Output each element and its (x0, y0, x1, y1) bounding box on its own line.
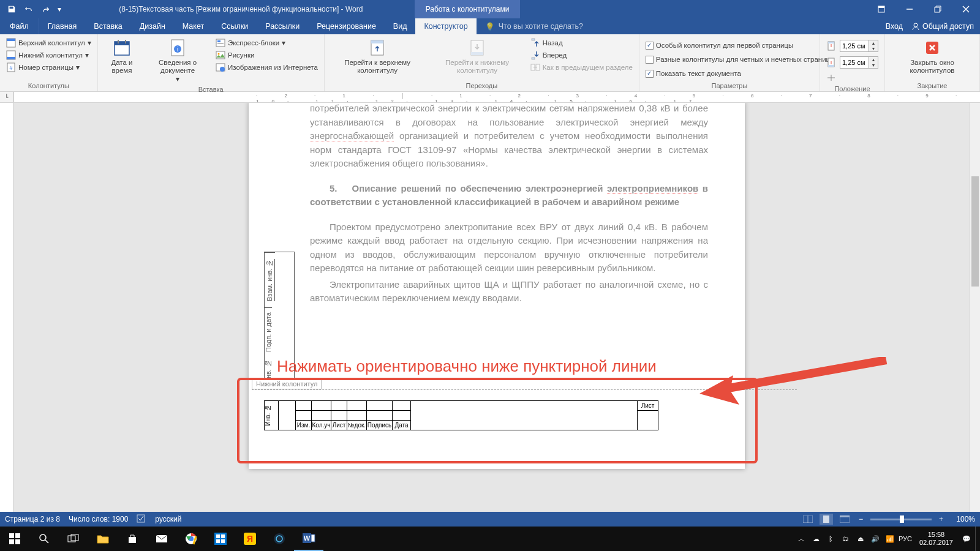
tab-view[interactable]: Вид (385, 18, 416, 34)
word-icon[interactable]: W (294, 527, 323, 551)
show-document-checkbox[interactable]: ✓Показать текст документа (643, 67, 832, 80)
different-first-page-checkbox[interactable]: ✓Особый колонтитул для первой страницы (643, 39, 832, 51)
spellcheck-icon[interactable] (137, 514, 146, 525)
goto-header-icon (368, 38, 387, 58)
start-button[interactable] (0, 527, 29, 551)
share-button[interactable]: Общий доступ (911, 22, 974, 31)
previous-button[interactable]: Назад (528, 37, 635, 49)
pictures-button[interactable]: Рисунки (213, 49, 320, 61)
tab-design[interactable]: Дизайн (131, 18, 174, 34)
footer-bottom-input[interactable] (840, 59, 869, 66)
onedrive-icon[interactable]: ☁ (810, 535, 823, 543)
app2-icon[interactable] (265, 527, 294, 551)
next-button[interactable]: Вперед (528, 49, 635, 61)
yandex-icon[interactable]: Я (235, 527, 265, 551)
zoom-out-button[interactable]: − (856, 515, 865, 523)
svg-rect-12 (115, 42, 129, 45)
ribbon-display-icon[interactable] (867, 0, 895, 18)
tab-layout[interactable]: Макет (174, 18, 213, 34)
stamp-table[interactable]: Инв. № Лист Изм.Кол.учЛист№док.ПодписьДа… (264, 400, 658, 430)
group-position: ▲▼ ▲▼ Положение (820, 34, 885, 91)
battery-icon[interactable]: 🗂 (840, 535, 852, 542)
tab-home[interactable]: Главная (39, 18, 86, 34)
wifi-icon[interactable]: 📶 (884, 535, 896, 543)
align-tab-icon (826, 73, 836, 83)
footer-button[interactable]: Нижний колонтитул ▾ (4, 49, 94, 61)
close-icon[interactable] (952, 0, 980, 18)
read-mode-icon[interactable] (801, 514, 815, 525)
language-indicator[interactable]: русский (155, 515, 181, 523)
tab-insert[interactable]: Вставка (85, 18, 130, 34)
annotation-arrow-icon (696, 357, 892, 409)
spin-down-icon[interactable]: ▼ (869, 62, 878, 68)
page-indicator[interactable]: Страница 2 из 8 (5, 515, 60, 523)
word-count[interactable]: Число слов: 1900 (69, 515, 128, 523)
tab-review[interactable]: Рецензирование (308, 18, 385, 34)
vertical-scrollbar[interactable] (970, 103, 980, 536)
tab-designer[interactable]: Конструктор (415, 18, 476, 34)
clock[interactable]: 15:5802.07.2017 (914, 531, 958, 547)
tab-mailings[interactable]: Рассылки (257, 18, 308, 34)
close-header-footer-button[interactable]: Закрыть окно колонтитулов (889, 37, 976, 75)
group-label: Закрытие (889, 81, 976, 90)
web-layout-icon[interactable] (838, 514, 851, 525)
svg-rect-57 (221, 534, 225, 538)
window-title: (8-15)Текстовая часть [Режим ограниченно… (67, 5, 415, 13)
svg-rect-29 (532, 39, 535, 40)
svg-rect-8 (7, 57, 15, 59)
tell-me-search[interactable]: 💡 Что вы хотите сделать? (477, 18, 592, 34)
zoom-level[interactable]: 100% (951, 515, 975, 523)
qat-dropdown-icon[interactable]: ▾ (55, 1, 64, 17)
document-body[interactable]: потребителей электрической энергии к эле… (310, 103, 708, 308)
link-previous-button[interactable]: Как в предыдущем разделе (528, 61, 635, 73)
volume-icon[interactable]: 🔊 (869, 535, 881, 543)
tray-chevron-icon[interactable]: ︿ (796, 534, 808, 544)
chrome-icon[interactable] (176, 527, 206, 551)
tab-references[interactable]: Ссылки (213, 18, 257, 34)
file-tab[interactable]: Файл (0, 18, 39, 34)
redo-icon[interactable] (38, 1, 54, 17)
spin-up-icon[interactable]: ▲ (869, 57, 878, 62)
spin-down-icon[interactable]: ▼ (869, 46, 878, 51)
search-icon[interactable] (29, 527, 59, 551)
task-view-icon[interactable] (59, 527, 88, 551)
insert-alignment-tab[interactable] (824, 72, 881, 84)
goto-footer-button[interactable]: Перейти к нижнему колонтитулу (429, 37, 525, 75)
bluetooth-icon[interactable]: ᛒ (825, 535, 837, 542)
quick-parts-button[interactable]: Экспресс-блоки ▾ (213, 37, 320, 49)
horizontal-ruler[interactable]: · 2 · 1 · │ · 1 · 2 · 3 · 4 · 5 · 6 · 7 … (13, 92, 980, 102)
page-number-button[interactable]: #Номер страницы ▾ (4, 61, 94, 73)
save-icon[interactable] (4, 1, 20, 17)
header-from-top[interactable]: ▲▼ (824, 39, 881, 53)
header-button[interactable]: Верхний колонтитул ▾ (4, 37, 94, 49)
show-desktop-button[interactable] (975, 527, 979, 551)
spin-up-icon[interactable]: ▲ (869, 40, 878, 46)
restore-icon[interactable] (924, 0, 952, 18)
print-layout-icon[interactable] (820, 514, 833, 525)
zoom-slider[interactable] (870, 519, 932, 520)
language-indicator[interactable]: РУС (899, 535, 912, 542)
mail-icon[interactable] (147, 527, 176, 551)
svg-rect-34 (828, 42, 834, 43)
date-time-button[interactable]: Дата и время (102, 37, 143, 75)
sign-in-link[interactable]: Вход (886, 22, 903, 31)
vertical-ruler[interactable] (0, 103, 13, 536)
store-icon[interactable] (118, 527, 147, 551)
header-top-input[interactable] (840, 42, 869, 50)
svg-rect-28 (471, 52, 483, 55)
doc-info-button[interactable]: iСведения о документе ▾ (145, 37, 211, 84)
document-canvas[interactable]: потребителей электрической энергии к эле… (13, 103, 980, 536)
different-odd-even-checkbox[interactable]: Разные колонтитулы для четных и нечетных… (643, 53, 832, 66)
online-pictures-button[interactable]: Изображения из Интернета (213, 61, 320, 73)
zoom-in-button[interactable]: + (937, 515, 946, 523)
minimize-icon[interactable] (895, 0, 924, 18)
app-icon[interactable] (206, 527, 235, 551)
goto-header-button[interactable]: Перейти к верхнему колонтитулу (328, 37, 427, 75)
footer-from-bottom[interactable]: ▲▼ (824, 55, 881, 70)
action-center-icon[interactable]: 💬 (960, 535, 973, 543)
file-explorer-icon[interactable] (88, 527, 118, 551)
bulb-icon: 💡 (485, 22, 495, 31)
safe-remove-icon[interactable]: ⏏ (854, 535, 867, 543)
undo-icon[interactable] (21, 1, 37, 17)
scroll-thumb[interactable] (971, 176, 979, 287)
